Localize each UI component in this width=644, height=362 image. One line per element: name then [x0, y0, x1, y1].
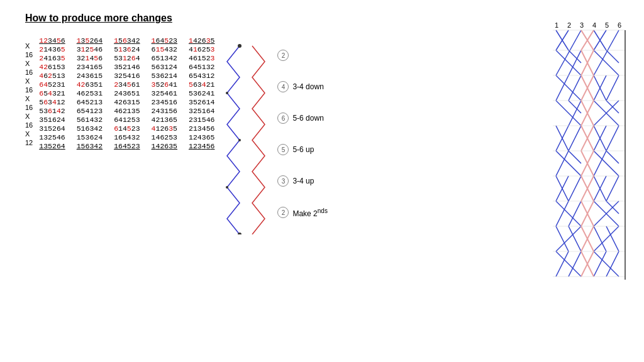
- circle-2top: 2: [277, 50, 289, 61]
- row-1-7: 654321: [39, 89, 65, 98]
- row-5-6: 563421: [189, 80, 214, 89]
- row-2-3: 321456: [77, 54, 103, 63]
- row-4-8: 234516: [152, 98, 177, 107]
- svg-line-20: [556, 101, 581, 126]
- svg-line-35: [569, 226, 581, 251]
- row-2-9: 654123: [77, 107, 103, 116]
- svg-line-37: [556, 251, 581, 277]
- row-4-1: 164523: [152, 36, 177, 45]
- circle-3: 3: [277, 175, 289, 187]
- left-labels: X 16 X 16 X 16 X 16 X 16 X 12: [25, 41, 33, 156]
- svg-line-14: [569, 50, 581, 63]
- grid-diagram: 1 2 3 4 5 6: [550, 19, 631, 289]
- svg-line-55: [606, 151, 619, 163]
- page: How to produce more changes X 16 X 16 X …: [0, 0, 644, 362]
- label-empty: [25, 147, 33, 156]
- svg-text:6: 6: [618, 21, 621, 29]
- row-3-1: 156342: [114, 36, 140, 45]
- row-4-3: 651342: [152, 54, 177, 63]
- label-text-34up: 3-4 up: [292, 177, 314, 185]
- svg-point-1: [226, 92, 228, 94]
- svg-line-13: [556, 50, 581, 75]
- svg-text:1: 1: [555, 21, 558, 29]
- label-item-34down: 4 3-4 down: [277, 81, 327, 92]
- circle-4: 4: [277, 81, 289, 92]
- row-5-5: 654312: [189, 72, 214, 80]
- column-2: 135264 312546 321456 234165 243615 42635…: [77, 36, 103, 151]
- row-2-5: 243615: [77, 72, 103, 80]
- label-text-34down: 3-4 down: [292, 82, 323, 91]
- label-item-34up: 3 3-4 up: [277, 175, 327, 187]
- label-x2: X: [25, 59, 33, 68]
- svg-line-66: [594, 251, 606, 277]
- row-2-11: 516342: [77, 124, 103, 133]
- svg-line-16: [569, 50, 581, 75]
- label-16-5: 16: [25, 121, 33, 129]
- label-12: 12: [25, 138, 33, 147]
- row-5-11: 213456: [189, 124, 214, 133]
- svg-line-44: [606, 50, 619, 63]
- svg-point-2: [238, 139, 241, 141]
- row-3-9: 462135: [114, 107, 140, 116]
- row-2-12: 153624: [77, 133, 103, 142]
- svg-line-39: [569, 251, 581, 277]
- row-2-4: 234165: [77, 63, 103, 72]
- label-item-56down: 6 5-6 down: [277, 112, 327, 124]
- column-4: 164523 615432 651342 563124 536214 35264…: [152, 36, 177, 151]
- page-title: How to produce more changes: [25, 13, 619, 24]
- columns-area: 123456 214365 241635 426153 462513 64523…: [39, 36, 214, 151]
- svg-line-36: [556, 226, 581, 251]
- row-5-1: 142635: [189, 36, 214, 45]
- label-text-56down: 5-6 down: [292, 114, 323, 123]
- svg-line-26: [556, 151, 581, 176]
- row-3-13: 164523: [114, 142, 140, 151]
- row-5-7: 536241: [189, 89, 214, 98]
- row-2-13: 156342: [77, 142, 103, 151]
- label-item-2top: 2: [277, 50, 327, 61]
- svg-line-27: [569, 151, 581, 163]
- right-labels: 2 4 3-4 down 6 5-6 down 5 5-6 up 3 3-4 u…: [277, 40, 327, 228]
- content-area: X 16 X 16 X 16 X 16 X 16 X 12 123456 214…: [25, 36, 619, 228]
- row-1-3: 241635: [39, 54, 65, 63]
- row-1-9: 536142: [39, 107, 65, 116]
- svg-text:2: 2: [567, 21, 571, 29]
- row-3-11: 614523: [114, 124, 140, 133]
- row-5-10: 231546: [189, 116, 214, 124]
- svg-line-58: [606, 176, 619, 201]
- svg-line-67: [606, 251, 619, 277]
- label-x3: X: [25, 77, 33, 85]
- row-2-6: 426351: [77, 80, 103, 89]
- svg-line-47: [606, 75, 619, 101]
- label-16-4: 16: [25, 103, 33, 112]
- svg-text:4: 4: [592, 21, 596, 29]
- row-5-4: 645132: [189, 63, 214, 72]
- row-3-4: 352146: [114, 63, 140, 72]
- row-3-5: 325416: [114, 72, 140, 80]
- row-1-11: 315264: [39, 124, 65, 133]
- svg-point-3: [226, 186, 228, 189]
- row-4-9: 243156: [152, 107, 177, 116]
- row-2-8: 645213: [77, 98, 103, 107]
- label-item-56up: 5 5-6 up: [277, 144, 327, 155]
- column-5: 142635 416253 461523 645132 654312 56342…: [189, 36, 214, 151]
- row-4-7: 325461: [152, 89, 177, 98]
- column-1: 123456 214365 241635 426153 462513 64523…: [39, 36, 65, 151]
- row-3-3: 531264: [114, 54, 140, 63]
- row-1-13: 135264: [39, 142, 65, 151]
- row-1-6: 645231: [39, 80, 65, 89]
- label-text-make2nds: Make 2nds: [292, 207, 327, 218]
- label-16-1: 16: [25, 50, 33, 59]
- row-1-10: 351624: [39, 116, 65, 124]
- label-x5: X: [25, 112, 33, 121]
- svg-line-65: [594, 251, 619, 277]
- svg-line-31: [556, 201, 581, 226]
- row-5-3: 461523: [189, 54, 214, 63]
- label-x4: X: [25, 94, 33, 103]
- svg-line-21: [569, 101, 581, 113]
- svg-line-34: [556, 226, 569, 251]
- svg-line-28: [569, 176, 581, 201]
- svg-line-62: [594, 226, 606, 251]
- row-4-12: 146253: [152, 133, 177, 142]
- row-1-12: 132546: [39, 133, 65, 142]
- row-3-7: 243651: [114, 89, 140, 98]
